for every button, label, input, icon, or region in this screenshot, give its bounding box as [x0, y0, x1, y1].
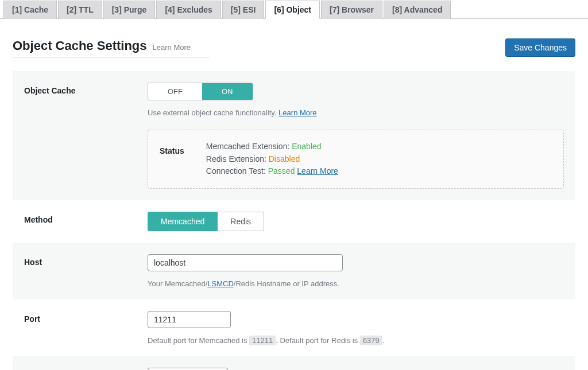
- tab-object[interactable]: [6] Object: [265, 1, 320, 19]
- row-object-cache: Object Cache OFF ON Use external object …: [13, 71, 575, 200]
- redis-default-port: 6379: [360, 336, 382, 345]
- host-description: Your Memcached/LSMCD/Redis Hostname or I…: [148, 279, 564, 288]
- tab-excludes[interactable]: [4] Excludes: [156, 1, 220, 19]
- tab-purge[interactable]: [3] Purge: [103, 1, 156, 19]
- object-cache-on-button[interactable]: ON: [202, 83, 253, 100]
- row-port: Port Default port for Memcached is 11211…: [13, 299, 575, 356]
- tab-esi[interactable]: [5] ESI: [222, 1, 265, 19]
- connection-test-value: Passed: [268, 166, 295, 176]
- row-lifetime: Default Object Lifetime seconds Default …: [13, 356, 575, 370]
- port-label: Port: [24, 311, 148, 345]
- status-box: Status Memcached Extension: Enabled Redi…: [148, 130, 564, 189]
- tab-advanced[interactable]: [8] Advanced: [384, 1, 451, 19]
- memcached-status-value: Enabled: [292, 142, 321, 151]
- memcached-default-port: 11211: [249, 336, 276, 345]
- row-host: Host Your Memcached/LSMCD/Redis Hostname…: [13, 243, 575, 299]
- tab-ttl[interactable]: [2] TTL: [58, 1, 102, 19]
- object-cache-label: Object Cache: [24, 83, 148, 189]
- row-method: Method Memcached Redis: [13, 200, 575, 243]
- object-cache-description: Use external object cache functionality.…: [148, 108, 564, 117]
- tab-cache[interactable]: [1] Cache: [3, 1, 57, 19]
- host-label: Host: [24, 254, 148, 288]
- method-label: Method: [24, 212, 148, 231]
- learn-more-link-top[interactable]: Learn More: [153, 43, 191, 52]
- lsmcd-link[interactable]: LSMCD: [207, 279, 234, 288]
- lifetime-input[interactable]: [148, 368, 228, 370]
- object-cache-off-button[interactable]: OFF: [148, 83, 202, 100]
- port-input[interactable]: [148, 311, 231, 328]
- method-redis-button[interactable]: Redis: [218, 212, 264, 231]
- method-memcached-button[interactable]: Memcached: [148, 212, 218, 231]
- status-label: Status: [160, 141, 184, 178]
- tab-browser[interactable]: [7] Browser: [321, 1, 382, 19]
- port-description: Default port for Memcached is 11211. Def…: [148, 336, 564, 345]
- object-cache-toggle: OFF ON: [148, 83, 253, 100]
- redis-status-value: Disabled: [269, 154, 300, 163]
- object-cache-learn-more-link[interactable]: Learn More: [278, 108, 316, 117]
- tabs-bar: [1] Cache [2] TTL [3] Purge [4] Excludes…: [0, 0, 588, 19]
- save-changes-button[interactable]: Save Changes: [505, 38, 575, 57]
- lifetime-label: Default Object Lifetime: [24, 368, 148, 370]
- method-toggle: Memcached Redis: [148, 212, 264, 231]
- host-input[interactable]: [148, 254, 343, 271]
- status-lines: Memcached Extension: Enabled Redis Exten…: [206, 141, 338, 178]
- connection-learn-more-link[interactable]: Learn More: [297, 166, 338, 176]
